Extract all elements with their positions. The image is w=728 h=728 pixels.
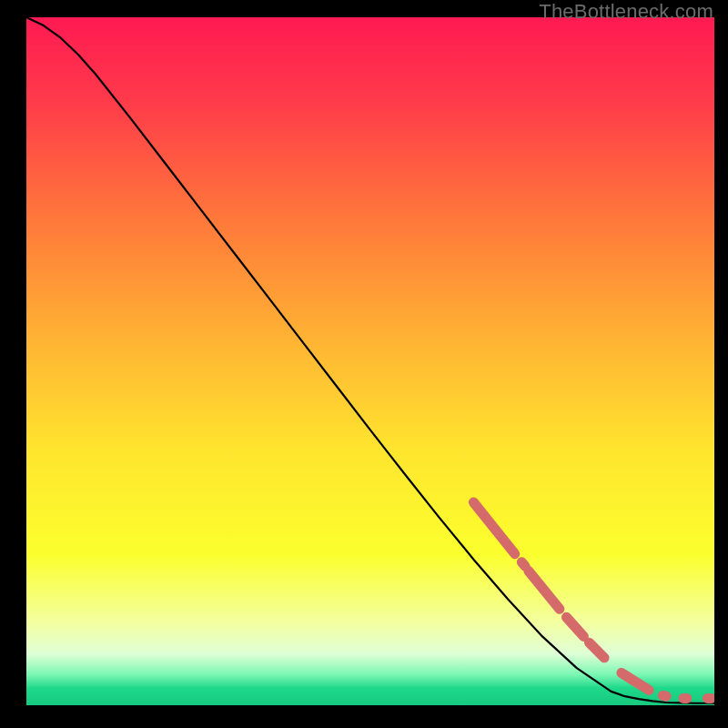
gradient-background — [26, 17, 714, 705]
chart-stage: TheBottleneck.com — [0, 0, 728, 728]
highlight-segment-6 — [662, 695, 666, 696]
chart-svg — [26, 17, 714, 705]
highlight-segment-1 — [521, 562, 525, 567]
watermark-text: TheBottleneck.com — [539, 0, 713, 24]
plot-area — [26, 17, 714, 705]
